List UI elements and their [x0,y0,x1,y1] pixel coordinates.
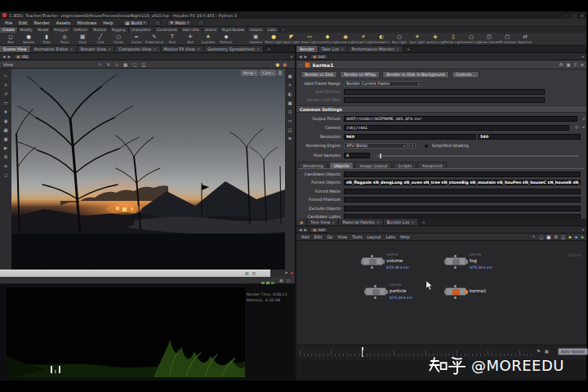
chevron-down-icon[interactable]: ▾ [582,228,584,232]
link-editor-icon[interactable]: ▪ [575,234,578,239]
node-output[interactable] [371,266,373,269]
param-tab-advanced[interactable]: Advanced [417,162,447,168]
node-render-flag[interactable] [385,290,388,295]
node-output[interactable] [454,296,457,299]
snapshot-bar[interactable]: ⊟⊡ ⚑ [0,270,295,277]
rendering-engine-select[interactable]: XPU (Beta) ▾ [344,143,408,149]
measure-icon[interactable]: ▭ [287,118,292,123]
node-input[interactable] [454,285,457,287]
menu-file[interactable]: File [2,20,16,25]
param-tab-objects[interactable]: Objects [329,162,354,168]
snap-grid-icon[interactable]: ▦ [546,234,550,239]
scale-tool-icon[interactable]: ▭ [3,100,7,105]
compare-icon[interactable]: ⊡ [252,271,256,276]
shelf-tool-ambient-light[interactable]: ○Ambient Light [462,33,480,45]
select-tool-icon[interactable]: ↖ [4,74,8,78]
close-icon[interactable]: × [412,220,415,225]
shelf-tool-box[interactable]: ◻Box [2,33,20,45]
shelf-tab-polygon[interactable]: Polygon [51,27,71,33]
node-bypass-flag[interactable] [364,290,368,295]
camera-lock-toggle[interactable] [278,70,283,76]
shelf-tab-constraints[interactable]: Constraints [154,27,180,33]
shelf-tool-stereo-camera[interactable]: ◫Stereo Camera [480,33,498,45]
expand-icon[interactable]: ▸ [583,125,585,129]
desktop-selector[interactable]: ▦ Build ▾ [122,20,149,26]
context-breadcrumb[interactable]: ▣ obj [13,54,31,60]
resolution-y-field[interactable]: 540 [478,134,581,140]
snap-tool-icon[interactable]: ▦ [3,127,7,132]
forced-matte-field[interactable] [344,189,581,194]
tab-tree-view[interactable]: Tree View× [307,219,339,225]
close-icon[interactable]: × [108,47,111,51]
button-render-to-mplay[interactable]: Render to MPlay [340,71,380,78]
shelf-tab-create[interactable]: Create [0,27,18,33]
shelf-tab-characters[interactable]: Characters [129,27,154,33]
tab-take-list[interactable]: Take List× [318,46,349,52]
shelf-tool-sky-light[interactable]: ○Sky Light [390,33,408,45]
node-bypass-flag[interactable] [444,290,448,295]
select-arrow-icon[interactable]: ↖ [98,62,102,67]
lighting-mode-icon[interactable]: ☀ [288,82,292,87]
menu-assets[interactable]: Assets [53,20,74,25]
close-icon[interactable]: × [341,47,344,51]
grid-toggle-icon[interactable]: ⊞ [4,154,8,159]
shelf-tool-torus[interactable]: ◎Torus [56,33,74,45]
network-editor[interactable]: Output karmavolume$OS.$F4.exrkarmafog$OS… [296,241,586,345]
update-mode-button[interactable] [154,20,161,26]
rotate-tool-icon[interactable]: ↺ [4,91,8,96]
camera-icon[interactable]: ▣ [545,349,549,354]
pose-tool-icon[interactable]: ✚ [4,109,8,114]
button-render-to-disk-in-background[interactable]: Render to Disk in Background [382,71,448,78]
wireframe-toggle-icon[interactable]: ▦ [287,100,292,105]
param-tab-scripts[interactable]: Scripts [393,162,416,168]
flag-icon[interactable]: ⚑ [284,271,287,275]
menu-render[interactable]: Render [30,20,52,25]
quad-view-icon[interactable]: ◫ [141,62,145,67]
new-tab-button[interactable]: + [419,219,429,225]
translate-tool-icon[interactable]: ✛ [4,82,8,87]
menu-help[interactable]: Help [100,20,116,25]
resolution-x-field[interactable]: 960 [344,134,476,140]
gear-icon[interactable]: ⚙ [559,62,564,67]
add-shelf-tab-icon[interactable]: + [279,27,287,33]
move-handles-icon[interactable]: ✛ [106,62,110,67]
menu-windows[interactable]: Windows [74,20,100,25]
network-menu-view[interactable]: View [335,234,350,239]
node-bypass-flag[interactable] [444,260,448,265]
record-icon[interactable] [291,272,294,275]
tab-composite-view[interactable]: Composite View× [115,46,160,52]
back-icon[interactable]: ◀ [299,55,302,59]
network-menu-add[interactable]: Add [299,234,312,239]
shelf-tool-spot-light[interactable]: ◤Spot Light [283,33,301,45]
multi-pane-icon[interactable]: ▣ [566,62,570,67]
minimize-button[interactable]: – [567,13,569,18]
forward-icon[interactable]: ▶ [305,55,308,59]
shelf-tool-grid[interactable]: ▦Grid [74,33,91,45]
shelf-tool-point-light[interactable]: ●Point Light [265,33,283,45]
forced-objects-field[interactable]: sN_flagpole sN_dengLong sN_oven sN_tree … [344,180,581,185]
button-controls[interactable]: Controls... [452,71,479,78]
node-input[interactable] [454,255,457,257]
button-render-to-disk[interactable]: Render to Disk [301,71,337,78]
search-icon[interactable]: ⚲ [574,62,577,67]
shelf-tool-vr-camera[interactable]: ▢VR Camera [498,33,516,45]
node-output[interactable] [374,296,376,299]
new-tab-button[interactable]: + [403,46,413,52]
engine-spinner[interactable]: ↕ [409,143,416,149]
view-tool-label[interactable]: View [3,62,13,67]
chevron-down-icon[interactable]: ▾ [583,117,585,121]
chevron-down-icon[interactable]: ▾ [582,55,584,59]
select-box-icon[interactable]: ▢ [539,234,543,239]
shelf-tool-font[interactable]: TFont [163,33,181,45]
take-selector[interactable]: ⚑ Main ▾ [167,20,192,26]
frame-selected-icon[interactable]: ◇ [115,62,118,67]
candidate-objects-field[interactable] [344,172,581,177]
shelf-tab-hair-utils[interactable]: Hair Utils [180,27,203,33]
shelf-tab-model[interactable]: Model [35,27,51,33]
network-menu-go[interactable]: Go [324,234,335,239]
back-icon[interactable]: ◀ [2,55,6,59]
snapshot-icon[interactable]: ⊟ [245,271,249,276]
flag-icon[interactable]: ⚑ [537,349,541,354]
valid-frame-range-select[interactable]: Render Current Frame ▾ [344,81,422,87]
maximize-button[interactable]: ▢ [572,13,577,18]
